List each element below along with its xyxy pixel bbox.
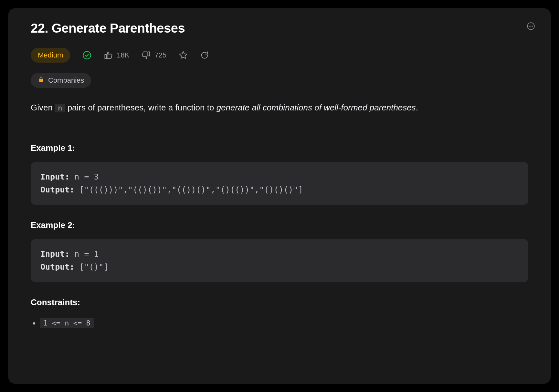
companies-label: Companies	[48, 76, 84, 85]
more-horizontal-icon	[527, 22, 535, 30]
example-1: Example 1: Input: n = 3 Output: ["((()))…	[31, 143, 528, 205]
svg-point-2	[531, 26, 531, 26]
likes-count: 18K	[117, 51, 129, 59]
difficulty-badge: Medium	[31, 48, 70, 63]
share-button[interactable]	[200, 51, 209, 60]
lock-icon	[38, 76, 44, 85]
likes-button[interactable]: 18K	[104, 51, 129, 60]
solved-status[interactable]	[82, 51, 91, 60]
problem-card: 22. Generate Parentheses Medium 18K 725	[8, 8, 551, 384]
check-circle-icon	[82, 51, 91, 60]
favorite-button[interactable]	[179, 51, 188, 60]
tags-row: Companies	[31, 73, 528, 88]
example-code-block: Input: n = 1 Output: ["()"]	[31, 239, 528, 282]
meta-row: Medium 18K 725	[31, 48, 528, 63]
companies-tag[interactable]: Companies	[31, 73, 91, 88]
share-arrow-icon	[200, 51, 209, 60]
svg-rect-5	[39, 79, 43, 82]
constraint-item: 1 <= n <= 8	[40, 318, 528, 327]
thumbs-up-icon	[104, 51, 113, 60]
example-code-block: Input: n = 3 Output: ["((()))","(()())",…	[31, 162, 528, 205]
constraints-list: 1 <= n <= 8	[31, 318, 528, 327]
svg-point-3	[532, 26, 533, 26]
problem-title: 22. Generate Parentheses	[31, 21, 528, 36]
constraint-code: 1 <= n <= 8	[40, 318, 94, 328]
star-icon	[179, 51, 188, 60]
example-heading: Example 2:	[31, 220, 528, 230]
svg-point-1	[529, 26, 530, 26]
problem-description: Given n pairs of parentheses, write a fu…	[31, 101, 528, 114]
more-options-button[interactable]	[526, 22, 535, 31]
dislikes-count: 725	[154, 51, 166, 59]
inline-code-n: n	[55, 104, 65, 112]
constraints-heading: Constraints:	[31, 297, 528, 307]
thumbs-down-icon	[142, 51, 151, 60]
dislikes-button[interactable]: 725	[142, 51, 166, 60]
svg-point-4	[83, 51, 91, 59]
example-2: Example 2: Input: n = 1 Output: ["()"]	[31, 220, 528, 282]
example-heading: Example 1:	[31, 143, 528, 153]
